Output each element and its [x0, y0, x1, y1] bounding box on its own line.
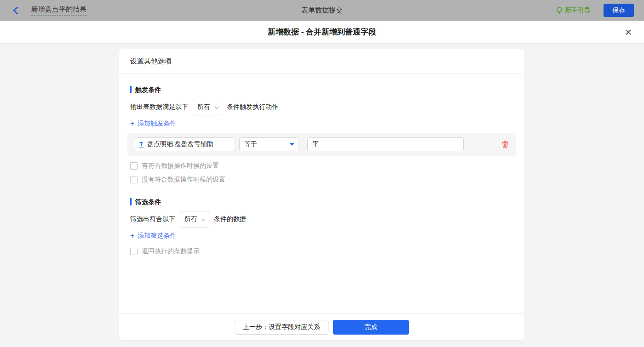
operator-caret-zone: [285, 138, 299, 151]
checkbox-no-matching-data[interactable]: 没有符合数据操作时候的设置: [130, 175, 513, 184]
checkbox-label: 有符合数据操作时候的设置: [142, 162, 219, 170]
checkbox-icon: [130, 248, 138, 255]
condition-field-select[interactable]: T 盘点明细.盘盈盘亏辅助: [134, 137, 235, 151]
checkbox-label: 返回执行的条数提示: [142, 247, 200, 256]
filter-match-suffix: 条件的数据: [214, 215, 246, 223]
add-filter-condition-label: 添加筛选条件: [138, 232, 176, 240]
previous-step-button[interactable]: 上一步：设置字段对应关系: [235, 320, 328, 335]
checkbox-label: 没有符合数据操作时候的设置: [142, 176, 225, 184]
back-button[interactable]: [10, 5, 21, 16]
condition-operator-value: 等于: [240, 138, 285, 151]
condition-operator-select[interactable]: 等于: [239, 137, 299, 151]
condition-field-label: 盘点明细.盘盈盘亏辅助: [147, 140, 213, 148]
add-trigger-condition-label: 添加触发条件: [138, 119, 176, 128]
trigger-match-row: 输出表数据满足以下 所有 条件触发执行动作: [130, 99, 513, 115]
delete-condition-button[interactable]: [501, 141, 509, 148]
plus-icon: +: [130, 232, 134, 239]
topbar-center-title: 表单数据提交: [0, 6, 644, 15]
plus-icon: +: [130, 120, 134, 127]
chevron-down-icon: [201, 216, 206, 221]
add-filter-condition-link[interactable]: + 添加筛选条件: [130, 231, 176, 240]
card-body: 触发条件 输出表数据满足以下 所有 条件触发执行动作 + 添加触发条件 T 盘点…: [119, 74, 524, 313]
checkbox-has-matching-data[interactable]: 有符合数据操作时候的设置: [130, 161, 513, 171]
filter-match-mode-value: 所有: [184, 215, 197, 223]
checkbox-return-count-hint[interactable]: 返回执行的条数提示: [130, 247, 513, 256]
close-icon[interactable]: ✕: [625, 28, 632, 36]
modal-header: 新增数据 - 合并新增到普通字段 ✕: [0, 21, 644, 44]
add-trigger-condition-link[interactable]: + 添加触发条件: [130, 119, 176, 128]
trigger-match-prefix: 输出表数据满足以下: [130, 103, 188, 111]
flow-title[interactable]: 新增盘点平的结果: [31, 5, 86, 16]
card-footer: 上一步：设置字段对应关系 完成: [119, 313, 524, 340]
done-button[interactable]: 完成: [333, 320, 409, 335]
beginner-guide-label: 新手引导: [565, 6, 591, 15]
section-gap: [130, 184, 513, 198]
beginner-guide-link[interactable]: 新手引导: [556, 6, 591, 15]
condition-value-input[interactable]: [307, 137, 464, 151]
trigger-condition-row: T 盘点明细.盘盈盘亏辅助 等于: [127, 133, 516, 156]
filter-match-mode-select[interactable]: 所有: [180, 211, 209, 228]
filter-match-row: 筛选出符合以下 所有 条件的数据: [130, 211, 513, 228]
trigger-match-mode-select[interactable]: 所有: [193, 99, 222, 115]
checkbox-icon: [130, 176, 138, 183]
trash-icon: [501, 141, 509, 148]
text-field-type-icon: T: [139, 141, 144, 148]
options-card: 设置其他选项 触发条件 输出表数据满足以下 所有 条件触发执行动作 + 添加触发…: [119, 49, 524, 340]
caret-down-icon: [290, 143, 294, 146]
section-title-trigger: 触发条件: [130, 86, 513, 93]
lightbulb-icon: [556, 7, 563, 14]
section-title-filter: 筛选条件: [130, 198, 513, 205]
modal-body: 设置其他选项 触发条件 输出表数据满足以下 所有 条件触发执行动作 + 添加触发…: [0, 44, 644, 347]
topbar: 新增盘点平的结果 表单数据提交 新手引导 保存: [0, 0, 644, 21]
card-header: 设置其他选项: [119, 49, 524, 74]
checkbox-icon: [130, 162, 138, 170]
chevron-down-icon: [214, 104, 219, 109]
filter-match-prefix: 筛选出符合以下: [130, 215, 175, 223]
card-header-title: 设置其他选项: [130, 57, 172, 66]
save-button[interactable]: 保存: [604, 4, 634, 17]
topbar-actions: 新手引导 保存: [556, 4, 634, 17]
trigger-match-mode-value: 所有: [197, 103, 210, 111]
chevron-left-icon: [12, 6, 19, 15]
trigger-match-suffix: 条件触发执行动作: [227, 103, 278, 111]
modal-title: 新增数据 - 合并新增到普通字段: [268, 27, 376, 37]
